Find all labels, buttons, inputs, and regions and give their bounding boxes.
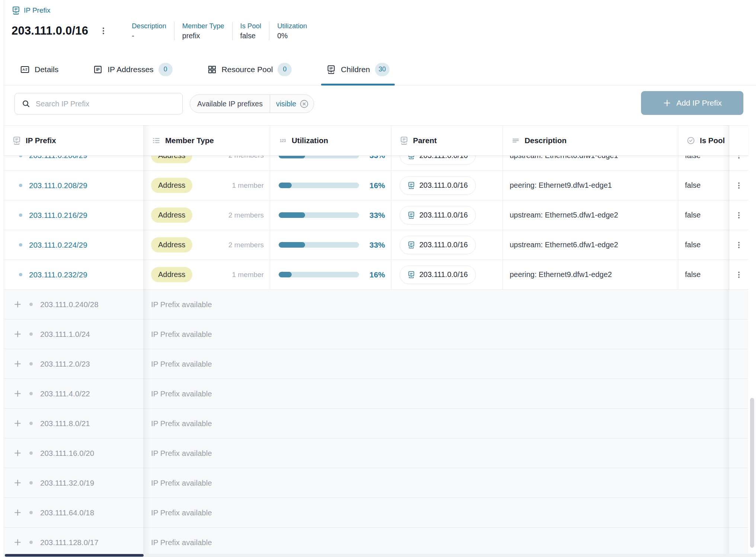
close-circle-icon[interactable] [299, 99, 309, 109]
column-header-utilization[interactable]: 123 Utilization [270, 126, 391, 155]
column-header-is-pool[interactable]: Is Pool [678, 126, 729, 155]
parent-link[interactable]: IP203.111.0.0/16 [400, 265, 476, 284]
parent-link[interactable]: IP203.111.0.0/16 [400, 206, 476, 225]
svg-text:IP: IP [403, 138, 406, 141]
add-available-prefix-icon[interactable] [13, 479, 22, 487]
ip-prefix-link[interactable]: 203.111.0.224/29 [29, 241, 87, 249]
ip-prefix-link[interactable]: 203.111.0.216/29 [29, 211, 87, 220]
utilization-cell: 33% [270, 230, 391, 260]
member-type-badge: Address [151, 267, 192, 282]
ip-prefix-cell: 203.111.0.208/29 [4, 171, 144, 200]
available-prefix-cell: 203.111.8.0/21 [4, 409, 144, 438]
add-available-prefix-icon[interactable] [13, 300, 22, 309]
svg-text:IP: IP [410, 272, 413, 276]
row-kebab-menu-icon[interactable] [734, 211, 743, 220]
meta-value: - [132, 32, 166, 40]
parent-link[interactable]: IP203.111.0.0/16 [400, 156, 476, 165]
prefix-status-dot [19, 273, 22, 276]
add-available-prefix-icon[interactable] [13, 360, 22, 368]
available-prefix-row: 203.111.32.0/19IP Prefix available [4, 468, 748, 498]
parent-cell: IP203.111.0.0/16 [391, 156, 503, 170]
utilization-cell: 16% [270, 260, 391, 289]
is-pool-cell: false [678, 156, 729, 170]
horizontal-scrollbar-track [4, 554, 756, 557]
breadcrumb-label[interactable]: IP Prefix [24, 6, 50, 15]
grid-icon [207, 65, 217, 74]
vertical-scrollbar-thumb[interactable] [750, 398, 754, 548]
ip-prefix-icon: IP [326, 65, 336, 74]
meta-label: Utilization [277, 22, 307, 30]
header-meta: Description - Member Type prefix Is Pool… [124, 22, 315, 40]
title-kebab-menu-icon[interactable] [99, 26, 108, 36]
description-cell: peering: Ethernet9.dfw1-edge1 [503, 171, 678, 200]
member-type-cell: Address1 member [144, 260, 270, 289]
add-ip-prefix-button[interactable]: Add IP Prefix [641, 91, 743, 115]
utilization-bar-fill [279, 212, 305, 218]
available-status-cell: IP Prefix available [144, 468, 748, 498]
available-prefix-row: 203.111.64.0/18IP Prefix available [4, 498, 748, 528]
text-lines-icon [511, 136, 520, 145]
prefix-table-row: 203.111.0.216/29Address2 members33%IP203… [4, 200, 748, 230]
ip-prefix-icon: IP [12, 6, 20, 15]
row-kebab-menu-icon[interactable] [734, 181, 743, 190]
available-status-cell: IP Prefix available [144, 409, 748, 438]
column-label: Member Type [165, 136, 214, 145]
parent-link[interactable]: IP203.111.0.0/16 [400, 176, 476, 195]
column-label: Parent [413, 136, 437, 145]
meta-member-type: Member Type prefix [174, 22, 232, 40]
tab-ip-addresses[interactable]: IP IP Addresses 0 [88, 54, 177, 85]
add-available-prefix-icon[interactable] [13, 389, 22, 398]
available-prefix-row: 203.111.2.0/23IP Prefix available [4, 349, 748, 379]
column-header-ip-prefix[interactable]: IP IP Prefix [4, 126, 144, 155]
row-actions-cell [729, 230, 748, 260]
member-type-cell: Address2 members [144, 156, 270, 170]
row-kebab-menu-icon[interactable] [734, 241, 743, 249]
add-available-prefix-icon[interactable] [13, 419, 22, 428]
add-available-prefix-icon[interactable] [13, 330, 22, 338]
ip-prefix-icon: IP [407, 271, 415, 278]
svg-text:IP: IP [96, 67, 100, 71]
column-header-parent[interactable]: IP Parent [391, 126, 503, 155]
prefix-status-dot [19, 243, 22, 247]
prefix-table-row: 203.111.0.200/29Address2 members33%IP203… [4, 156, 748, 170]
column-header-description[interactable]: Description [503, 126, 678, 155]
partially-scrolled-row: 203.111.0.200/29Address2 members33%IP203… [4, 156, 748, 171]
ip-prefix-link[interactable]: 203.111.0.232/29 [29, 270, 87, 279]
svg-text:IP: IP [15, 138, 18, 141]
ip-prefix-link[interactable]: 203.111.0.208/29 [29, 181, 87, 190]
row-kebab-menu-icon[interactable] [734, 270, 743, 279]
available-prefix-cell: 203.111.64.0/18 [4, 498, 144, 527]
add-available-prefix-icon[interactable] [13, 508, 22, 517]
horizontal-scrollbar-thumb[interactable] [5, 554, 144, 557]
svg-text:IP: IP [15, 7, 17, 11]
member-count: 2 members [228, 156, 264, 160]
ip-prefix-link[interactable]: 203.111.0.200/29 [29, 156, 87, 160]
parent-link[interactable]: IP203.111.0.0/16 [400, 236, 476, 254]
list-icon [152, 136, 161, 145]
meta-value: prefix [182, 32, 224, 40]
add-available-prefix-icon[interactable] [13, 538, 22, 547]
available-prefix-cell: 203.111.128.0/17 [4, 528, 144, 557]
parent-cell: IP203.111.0.0/16 [391, 171, 503, 200]
utilization-bar-fill [279, 272, 292, 277]
available-status-cell: IP Prefix available [144, 379, 748, 408]
parent-prefix-label: 203.111.0.0/16 [419, 241, 468, 249]
member-type-badge: Address [151, 237, 192, 252]
prefix-status-dot [29, 451, 33, 455]
tab-resource-pool[interactable]: Resource Pool 0 [202, 54, 297, 85]
prefix-status-dot [19, 213, 22, 217]
add-available-prefix-icon[interactable] [13, 449, 22, 457]
filter-chip[interactable]: Available IP prefixes visible [190, 94, 314, 113]
row-kebab-menu-icon[interactable] [734, 156, 743, 160]
search-input[interactable] [36, 100, 176, 108]
prefix-status-dot [29, 303, 33, 306]
svg-text:A: A [22, 68, 25, 71]
prefix-status-dot [19, 184, 22, 187]
ip-prefix-icon: IP [12, 136, 21, 145]
tab-children[interactable]: IP Children 30 [321, 54, 395, 85]
column-label: Utilization [292, 136, 328, 145]
tab-details[interactable]: A Details [15, 54, 64, 85]
column-header-member-type[interactable]: Member Type [144, 126, 270, 155]
filter-chip-value: visible [270, 100, 299, 108]
utilization-bar [279, 212, 359, 218]
